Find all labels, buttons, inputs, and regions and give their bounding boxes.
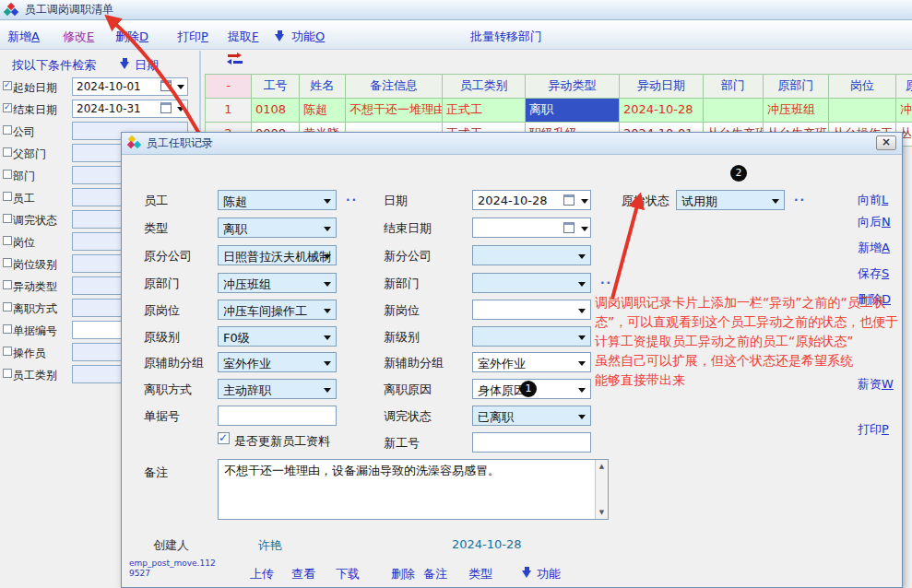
- dialog-new-emp-id-field[interactable]: [472, 432, 591, 453]
- grid-header-position[interactable]: 岗位: [829, 75, 896, 99]
- filter-employee-checkbox[interactable]: [3, 192, 12, 201]
- grid-cell-change-date[interactable]: 2024-10-28: [620, 99, 704, 123]
- attach-view-button[interactable]: 查看: [291, 566, 315, 582]
- grid-header-emp-id[interactable]: 工号: [252, 75, 300, 99]
- down-arrow-icon: [120, 58, 130, 70]
- dialog-orig-level-field[interactable]: F0级: [218, 326, 337, 347]
- grid-cell-remark[interactable]: 不想干还一堆理由，: [346, 99, 443, 123]
- grid-cell-orig-department[interactable]: 冲压班组: [764, 99, 829, 123]
- dialog-new-company-field[interactable]: [472, 245, 591, 265]
- filter-parent-department-checkbox[interactable]: [3, 147, 12, 157]
- toolbar-modify-button[interactable]: 修改E: [63, 29, 94, 45]
- dialog-backward-button[interactable]: 向后N: [858, 214, 891, 230]
- dialog-resign-method-field[interactable]: 主动辞职: [218, 379, 337, 399]
- textarea-scrollbar[interactable]: ▲▼: [595, 460, 608, 519]
- toolbar-functions-button[interactable]: 功能O: [291, 29, 325, 45]
- dialog-add-button[interactable]: 新增A: [858, 240, 890, 256]
- dialog-employee-field[interactable]: 陈超: [218, 190, 337, 210]
- grid-header-orig-department[interactable]: 原部门: [764, 75, 829, 99]
- filter-start-date-input[interactable]: 2024-10-01: [72, 77, 188, 96]
- attach-upload-button[interactable]: 上传: [250, 566, 274, 582]
- grid-header-orig-position[interactable]: 原岗位: [896, 75, 912, 99]
- dialog-new-department-lookup-dots[interactable]: ··: [600, 276, 612, 289]
- attach-remark-button[interactable]: 备注: [423, 566, 447, 582]
- filter-position-level-checkbox[interactable]: [3, 258, 12, 267]
- filter-end-date-checkbox[interactable]: [3, 103, 12, 112]
- toolbar-print-button[interactable]: 打印P: [177, 29, 208, 45]
- grid-header-change-type[interactable]: 异动类型: [526, 75, 620, 99]
- dialog-backward-button-text: 向后: [858, 215, 882, 229]
- attach-functions-button[interactable]: 功能: [537, 566, 561, 582]
- dialog-close-button[interactable]: ×: [876, 135, 896, 150]
- grid-header-change-date[interactable]: 异动日期: [620, 75, 704, 99]
- dialog-orig-position-field[interactable]: 冲压车间操作工: [218, 300, 337, 320]
- dialog-date-field[interactable]: 2024-10-28: [472, 190, 591, 210]
- filter-company-checkbox[interactable]: [3, 125, 12, 135]
- grid-header-name[interactable]: 姓名: [300, 75, 346, 99]
- filter-end-date-input[interactable]: 2024-10-31: [72, 100, 188, 118]
- dialog-new-level-field[interactable]: [472, 326, 591, 347]
- dialog-new-department-field[interactable]: [472, 273, 591, 293]
- swap-refresh-icon[interactable]: [228, 53, 243, 65]
- toolbar-extract-button[interactable]: 提取F: [228, 29, 258, 45]
- dialog-salary-button[interactable]: 薪资W: [858, 376, 894, 393]
- filter-doc-number-checkbox[interactable]: [3, 324, 12, 334]
- attach-type-button[interactable]: 类型: [468, 566, 492, 582]
- toolbar-add-button[interactable]: 新增A: [7, 29, 40, 45]
- dialog-salary-button-text: 薪资: [858, 377, 882, 391]
- dialog-transfer-done-status-field[interactable]: 已离职: [472, 406, 591, 426]
- grid-header-remark[interactable]: 备注信息: [346, 75, 443, 99]
- filter-operator-checkbox[interactable]: [3, 347, 12, 356]
- grid-cell-change-type[interactable]: 离职: [526, 99, 620, 123]
- batch-transfer-button[interactable]: 批量转移部门: [470, 29, 542, 45]
- filter-position-checkbox[interactable]: [3, 236, 12, 245]
- dialog-delete-button-text: 删除: [858, 292, 882, 306]
- attachment-ref[interactable]: emp_post_move.1129527: [129, 559, 216, 579]
- grid-cell-department[interactable]: [704, 99, 764, 123]
- filter-employee-category-checkbox[interactable]: [3, 369, 12, 378]
- grid-header-emp-category[interactable]: 员工类别: [443, 75, 526, 99]
- dialog-new-position-field[interactable]: [472, 300, 591, 320]
- dialog-save-button[interactable]: 保存S: [858, 265, 889, 282]
- grid-cell-name[interactable]: 陈超: [300, 99, 346, 123]
- grid-cell-emp-id[interactable]: 0108: [252, 99, 300, 123]
- grid-header-department[interactable]: 部门: [704, 75, 764, 99]
- grid-cell-position[interactable]: [829, 99, 896, 123]
- dialog-resign-reason-field[interactable]: 身体原因: [472, 379, 591, 399]
- dialog-orig-status-field[interactable]: 试用期: [676, 190, 785, 210]
- dialog-orig-department-field[interactable]: 冲压班组: [218, 273, 337, 293]
- attach-download-button[interactable]: 下载: [336, 566, 360, 582]
- toolbar-delete-button[interactable]: 删除D: [115, 29, 148, 45]
- dialog-remark-label: 备注: [144, 465, 168, 481]
- dialog-end-date-field[interactable]: [472, 218, 591, 238]
- sort-by-date-button[interactable]: 日期: [135, 57, 159, 74]
- filter-transfer-status-checkbox[interactable]: [3, 214, 12, 223]
- dialog-new-subgroup-value: 室外作业: [473, 353, 590, 372]
- dialog-print-button[interactable]: 打印P: [858, 421, 889, 438]
- dialog-orig-department-value: 冲压班组: [219, 274, 336, 293]
- dropdown-arrow-icon: [177, 107, 184, 115]
- dialog-forward-button[interactable]: 向前L: [858, 192, 888, 208]
- filter-resign-method-checkbox[interactable]: [3, 302, 12, 312]
- dialog-orig-company-field[interactable]: 日照普拉沃夫机械制: [218, 245, 337, 265]
- attach-delete-button[interactable]: 删除: [391, 566, 415, 582]
- dialog-doc-number-field[interactable]: [218, 406, 337, 426]
- dialog-orig-status-lookup-dots[interactable]: ··: [794, 194, 806, 206]
- filter-department-checkbox[interactable]: [3, 170, 12, 179]
- dialog-add-button-text: 新增: [858, 241, 882, 254]
- dialog-delete-button[interactable]: 删除D: [858, 291, 891, 308]
- creator-name: 许艳: [258, 537, 282, 554]
- dialog-orig-subgroup-field[interactable]: 室外作业: [218, 352, 337, 372]
- grid-cell-emp-category[interactable]: 正式工: [443, 99, 526, 123]
- grid-row-1[interactable]: 10108陈超不想干还一堆理由，正式工离职2024-10-28冲压班组冲压车间操…: [206, 99, 912, 123]
- dialog-type-field[interactable]: 离职: [218, 218, 337, 238]
- grid-header-row: -工号姓名备注信息员工类别异动类型异动日期部门原部门岗位原岗位: [206, 75, 912, 99]
- dialog-new-subgroup-field[interactable]: 室外作业: [472, 352, 591, 372]
- filter-start-date-checkbox[interactable]: [3, 81, 12, 90]
- dialog-employee-lookup-dots[interactable]: ··: [346, 194, 358, 206]
- filter-change-type-checkbox[interactable]: [3, 280, 12, 289]
- grid-header-row-indicator[interactable]: -: [206, 75, 252, 99]
- update-employee-checkbox[interactable]: [218, 432, 230, 444]
- dialog-remark-textarea[interactable]: 不想干还一堆理由，设备漏油导致的洗澡容易感冒。 ▲▼: [218, 459, 609, 520]
- grid-cell-orig-position[interactable]: 冲压车间操作工: [896, 99, 912, 123]
